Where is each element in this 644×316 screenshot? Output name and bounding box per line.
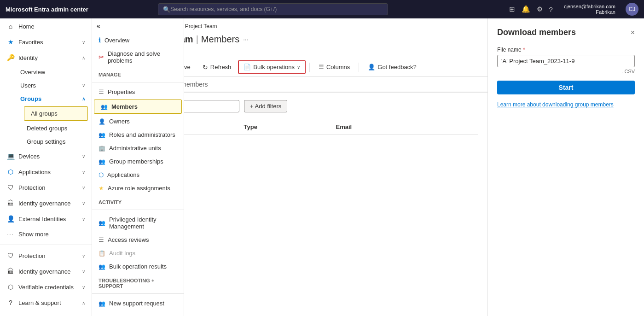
columns-button[interactable]: ☰ Columns xyxy=(313,61,355,73)
required-star: * xyxy=(523,47,525,53)
refresh-button[interactable]: ↻ Refresh xyxy=(197,61,237,74)
sidebar-item-identity[interactable]: 🔑 Identity ∧ xyxy=(0,50,92,65)
sidebar-verifiable-label: Verifiable credentials xyxy=(18,284,74,291)
sidebar-home-label: Home xyxy=(18,23,35,30)
secondary-nav-header: « xyxy=(92,18,184,33)
topbar-actions: ⊞ 🔔 ⚙ ? cjensen@fabrikan.com Fabrikan CJ xyxy=(509,3,638,16)
troubleshoot-divider xyxy=(92,293,184,294)
app-brand: Microsoft Entra admin center xyxy=(6,6,88,13)
properties-icon: ☰ xyxy=(99,88,104,95)
global-search-box[interactable]: 🔍 xyxy=(158,3,388,15)
start-button[interactable]: Start xyxy=(497,81,635,94)
nav-pim[interactable]: 👥 Privileged Identity Management xyxy=(92,213,184,233)
azure-role-icon: ★ xyxy=(99,185,104,192)
sidebar-item-groups[interactable]: Groups ∧ xyxy=(14,92,92,105)
sidebar-protection-nav-label: Protection xyxy=(18,252,46,259)
bulk-operations-button[interactable]: 📄 Bulk operations ∨ xyxy=(238,60,306,74)
sidebar-item-learn[interactable]: ? Learn & support ∧ xyxy=(0,295,92,310)
collapse-nav-icon[interactable]: « xyxy=(97,22,100,29)
topbar: Microsoft Entra admin center 🔍 ⊞ 🔔 ⚙ ? c… xyxy=(0,0,644,18)
activity-divider xyxy=(92,210,184,210)
groups-subitems: All groups Deleted groups Group settings xyxy=(14,106,92,148)
sidebar-item-favorites[interactable]: ★ Favorites ∨ xyxy=(0,34,92,50)
identity-icon: 🔑 xyxy=(6,54,15,61)
sidebar-item-overview[interactable]: Overview xyxy=(14,65,92,79)
chevron-down-icon-verifiable: ∨ xyxy=(82,285,85,290)
sidebar-item-external[interactable]: 👤 External Identities ∨ xyxy=(0,211,92,227)
sidebar-favorites-label: Favorites xyxy=(18,39,43,46)
nav-members-highlighted: 👥 Members xyxy=(94,99,182,114)
global-search-input[interactable] xyxy=(170,6,383,12)
sidebar-item-protection-nav[interactable]: 🛡 Protection ∨ xyxy=(0,248,92,263)
settings-icon[interactable]: ⚙ xyxy=(537,5,543,13)
add-filters-button[interactable]: + Add filters xyxy=(244,100,287,112)
nav-properties[interactable]: ☰ Properties xyxy=(92,85,184,99)
sidebar-item-home[interactable]: ⌂ Home xyxy=(0,18,92,34)
home-icon: ⌂ xyxy=(6,23,15,30)
sidebar-item-users[interactable]: Users ∨ xyxy=(14,79,92,92)
protection-icon: 🛡 xyxy=(6,184,15,191)
nav-access-reviews[interactable]: ☰ Access reviews xyxy=(92,233,184,246)
owners-icon: 👤 xyxy=(99,118,105,125)
nav-diagnose[interactable]: ✂ Diagnose and solve problems xyxy=(92,47,184,67)
nav-owners[interactable]: 👤 Owners xyxy=(92,115,184,128)
sidebar-item-idgov-nav[interactable]: 🏛 Identity governance ∨ xyxy=(0,263,92,279)
nav-azure-role[interactable]: ★ Azure role assignments xyxy=(92,181,184,195)
sidebar-item-verifiable[interactable]: ⬡ Verifiable credentials ∨ xyxy=(0,279,92,295)
bulk-ops-icon: 📄 xyxy=(244,64,251,70)
sidebar-item-devices[interactable]: 💻 Devices ∨ xyxy=(0,148,92,164)
nav-applications-sub[interactable]: ⬡ Applications xyxy=(92,168,184,181)
sidebar-showmore-label: Show more xyxy=(18,231,49,238)
page-more-menu[interactable]: ··· xyxy=(243,36,248,43)
chevron-down-icon-idgov: ∨ xyxy=(82,201,85,206)
nav-group-memberships[interactable]: 👥 Group memberships xyxy=(92,155,184,168)
chevron-down-icon-prot-nav: ∨ xyxy=(82,253,85,258)
nav-roles-admins[interactable]: 👥 Roles and administrators xyxy=(92,128,184,141)
got-feedback-button[interactable]: 👤 Got feedback? xyxy=(363,61,422,73)
nav-members[interactable]: 👥 Members xyxy=(94,100,181,113)
sidebar-item-showmore[interactable]: ··· Show more xyxy=(0,227,92,242)
devices-icon: 💻 xyxy=(6,152,15,160)
help-icon[interactable]: ? xyxy=(549,6,553,13)
sidebar-item-applications[interactable]: ⬡ Applications ∨ xyxy=(0,164,92,180)
file-name-field: File name * . CSV xyxy=(497,47,635,74)
search-icon: 🔍 xyxy=(163,6,170,13)
chevron-down-icon: ∨ xyxy=(82,40,85,45)
col-email: Email xyxy=(336,123,479,130)
sidebar-item-all-groups[interactable]: All groups xyxy=(24,106,88,121)
sidebar-item-group-settings[interactable]: Group settings xyxy=(20,135,92,148)
sidebar-item-protection[interactable]: 🛡 Protection ∨ xyxy=(0,180,92,195)
more-icon: ··· xyxy=(6,232,15,237)
avatar[interactable]: CJ xyxy=(626,3,638,16)
bell-icon[interactable]: 🔔 xyxy=(522,5,530,13)
nav-overview[interactable]: ℹ Overview xyxy=(92,33,184,47)
nav-audit-logs[interactable]: 📋 Audit logs xyxy=(92,246,184,260)
learn-more-link[interactable]: Learn more about downloading group membe… xyxy=(497,101,635,109)
audit-icon: 📋 xyxy=(99,250,105,257)
panel-header: Download members × xyxy=(497,28,635,37)
chevron-down-icon-idgov-nav: ∨ xyxy=(82,269,85,274)
file-name-input[interactable] xyxy=(497,55,635,67)
sidebar-item-idgov[interactable]: 🏛 Identity governance ∨ xyxy=(0,195,92,211)
nav-new-support[interactable]: 👥 New support request xyxy=(92,297,184,310)
secondary-nav: « ℹ Overview ✂ Diagnose and solve proble… xyxy=(92,18,184,316)
sidebar: ⌂ Home ★ Favorites ∨ 🔑 Identity ∧ Overvi… xyxy=(0,18,92,316)
sidebar-external-label: External Identities xyxy=(18,216,66,222)
col-type: Type xyxy=(244,123,336,130)
chevron-down-bulk-icon: ∨ xyxy=(297,64,300,70)
file-name-label: File name * xyxy=(497,47,635,53)
nav-bulk-op-results[interactable]: 👥 Bulk operation results xyxy=(92,260,184,273)
diagnose-icon: ✂ xyxy=(99,53,104,61)
nav-admin-units[interactable]: 🏢 Administrative units xyxy=(92,141,184,155)
grid-icon[interactable]: ⊞ xyxy=(509,5,515,13)
sidebar-item-deleted-groups[interactable]: Deleted groups xyxy=(20,122,92,135)
learn-icon: ? xyxy=(6,299,15,306)
star-icon: ★ xyxy=(6,38,15,46)
close-icon[interactable]: × xyxy=(631,29,635,37)
csv-label: . CSV xyxy=(497,69,635,74)
page-title-sep: | xyxy=(196,34,198,45)
chevron-down-icon-external: ∨ xyxy=(82,217,85,222)
sidebar-idgov-nav-label: Identity governance xyxy=(18,268,70,275)
chevron-down-icon-protection: ∨ xyxy=(82,185,85,190)
apps-sub-icon: ⬡ xyxy=(99,171,104,178)
